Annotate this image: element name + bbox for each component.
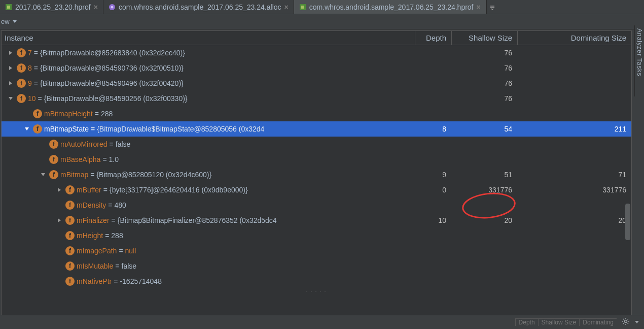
name-cell: f 7 = {BitmapDrawable@852683840 (0x32d2e… [5, 48, 415, 57]
field-name: mBitmapHeight [44, 110, 93, 118]
tab-label: com.whros.android.sample_2017.06.25_23.2… [119, 3, 281, 11]
collapse-icon[interactable] [7, 94, 15, 103]
resize-handle[interactable]: . . . . . [2, 289, 631, 292]
tab-1[interactable]: com.whros.android.sample_2017.06.25_23.2… [103, 0, 294, 14]
table-row[interactable]: f 10 = {BitmapDrawable@854590256 (0x32f0… [2, 91, 631, 106]
field-value: {Bitmap@852805120 (0x32d4c600)} [96, 171, 211, 179]
expand-icon[interactable] [7, 64, 15, 72]
tree-rows: f 7 = {BitmapDrawable@852683840 (0x32d2e… [2, 45, 631, 289]
svg-line-13 [623, 323, 624, 324]
field-icon: f [33, 109, 42, 118]
name-cell: f mIsMutable = false [5, 261, 415, 271]
name-cell: f 8 = {BitmapDrawable@854590736 (0x32f00… [5, 63, 415, 73]
scrollbar-thumb[interactable] [625, 204, 630, 240]
name-cell: f mBaseAlpha = 1.0 [5, 155, 415, 164]
name-cell: f mFinalizer = {Bitmap$BitmapFinalizer@8… [5, 216, 415, 225]
field-name: mBitmapState [44, 125, 89, 133]
field-value: false [122, 262, 137, 270]
expand-icon[interactable] [7, 79, 15, 87]
close-icon[interactable]: × [477, 3, 481, 11]
column-instance[interactable]: Instance [2, 34, 415, 42]
footer-col-depth: Depth [515, 319, 538, 326]
table-row[interactable]: f mFinalizer = {Bitmap$BitmapFinalizer@8… [2, 213, 631, 228]
field-value: {BitmapDrawable$BitmapState@852805056 (0… [97, 125, 264, 133]
table-row[interactable]: f mNativePtr = -1625714048 [2, 274, 631, 289]
side-tab-analyzer[interactable]: Analyzer Tasks [634, 25, 644, 96]
field-icon: f [65, 185, 75, 194]
field-icon: f [17, 63, 26, 73]
close-icon[interactable]: × [284, 3, 289, 11]
tab-label: com.whros.android.sample_2017.06.25_23.2… [309, 3, 474, 11]
field-value: 1.0 [109, 155, 119, 163]
table-row[interactable]: f mDensity = 480 [2, 198, 631, 213]
table-row[interactable]: f mBitmapHeight = 288 [2, 106, 631, 121]
field-icon: f [49, 155, 58, 164]
chevron-down-icon[interactable] [13, 20, 17, 23]
instances-panel: Instance Depth Shallow Size Dominating S… [1, 30, 632, 316]
column-shallow[interactable]: Shallow Size [451, 31, 517, 45]
field-name: mBitmap [60, 171, 88, 179]
field-name: mHeight [77, 232, 103, 240]
expand-icon[interactable] [55, 186, 63, 194]
tab-2[interactable]: com.whros.android.sample_2017.06.25_23.2… [294, 0, 486, 14]
chevron-down-icon[interactable] [635, 321, 639, 323]
table-row[interactable]: f mBitmap = {Bitmap@852805120 (0x32d4c60… [2, 167, 631, 182]
table-row[interactable]: f mAutoMirrored = false [2, 137, 631, 152]
field-name: mNativePtr [77, 277, 112, 285]
field-icon: f [17, 79, 26, 88]
field-name: 8 [28, 64, 32, 72]
hprof-icon [299, 4, 306, 11]
collapse-icon[interactable] [39, 171, 47, 179]
gear-icon[interactable] [622, 317, 630, 327]
table-row[interactable]: f mBuffer = {byte[331776]@2646204416 (0x… [2, 182, 631, 198]
field-icon: f [65, 246, 75, 255]
table-row[interactable]: f mIsMutable = false [2, 258, 631, 274]
footer-columns: Depth Shallow Size Dominating [515, 318, 617, 326]
field-icon: f [33, 124, 42, 134]
table-row[interactable]: f mBaseAlpha = 1.0 [2, 152, 631, 167]
view-dropdown[interactable]: ew [1, 18, 10, 25]
field-icon: f [65, 231, 75, 240]
field-name: mImagePath [77, 247, 117, 255]
svg-point-6 [625, 320, 627, 323]
name-cell: f mImagePath = null [5, 246, 415, 255]
tab-label: 2017.06.25_23.20.hprof [15, 3, 91, 11]
field-icon: f [49, 170, 58, 179]
field-value: -1625714048 [120, 277, 162, 285]
collapse-icon[interactable] [23, 125, 31, 133]
field-icon: f [49, 140, 58, 149]
table-row[interactable]: f mBitmapState = {BitmapDrawable$BitmapS… [2, 121, 631, 137]
table-row[interactable]: f 8 = {BitmapDrawable@854590736 (0x32f00… [2, 60, 631, 76]
expand-icon[interactable] [55, 216, 63, 224]
field-name: mAutoMirrored [60, 140, 108, 148]
field-name: mFinalizer [77, 216, 110, 224]
field-icon: f [65, 277, 75, 286]
field-icon: f [17, 94, 26, 103]
table-row[interactable]: f 9 = {BitmapDrawable@854590496 (0x32f00… [2, 76, 631, 91]
tab-0[interactable]: 2017.06.25_23.20.hprof × [0, 0, 103, 14]
column-depth[interactable]: Depth [415, 31, 451, 45]
tab-overflow-button[interactable] [486, 0, 498, 14]
name-cell: f mBitmapHeight = 288 [5, 109, 415, 118]
svg-rect-1 [7, 6, 10, 9]
field-name: mIsMutable [77, 262, 113, 270]
footer-col-dom: Dominating [579, 319, 617, 326]
table-row[interactable]: f mHeight = 288 [2, 228, 631, 243]
alloc-icon [109, 4, 116, 11]
name-cell: f mBitmap = {Bitmap@852805120 (0x32d4c60… [5, 170, 415, 179]
table-row[interactable]: f mImagePath = null [2, 243, 631, 258]
svg-point-3 [111, 6, 113, 8]
close-icon[interactable]: × [94, 3, 98, 11]
name-cell: f mDensity = 480 [5, 201, 415, 210]
field-value: {BitmapDrawable@854590736 (0x32f00510)} [40, 64, 184, 72]
expand-icon[interactable] [7, 49, 15, 57]
table-row[interactable]: f 7 = {BitmapDrawable@852683840 (0x32d2e… [2, 45, 631, 60]
field-icon: f [65, 216, 75, 225]
name-cell: f mNativePtr = -1625714048 [5, 277, 415, 286]
field-value: {BitmapDrawable@854590496 (0x32f00420)} [40, 79, 184, 87]
column-dominating[interactable]: Dominating Size [517, 31, 631, 45]
svg-line-12 [628, 323, 629, 324]
column-headers: Instance Depth Shallow Size Dominating S… [2, 31, 631, 45]
footer-col-shallow: Shallow Size [538, 319, 580, 326]
field-icon: f [65, 201, 75, 210]
